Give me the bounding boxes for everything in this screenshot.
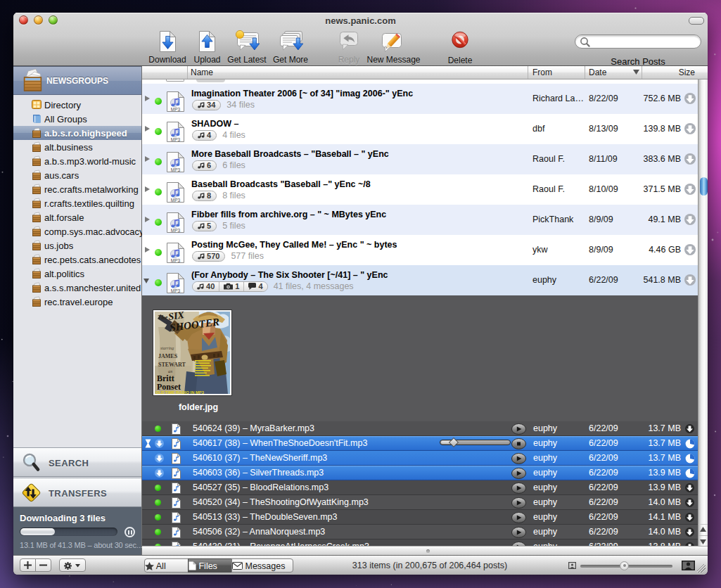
svg-text:MP3: MP3 <box>171 198 181 203</box>
svg-text:MP3: MP3 <box>171 137 181 142</box>
svg-text:MP3: MP3 <box>171 107 181 112</box>
svg-text:STEWART: STEWART <box>158 362 186 368</box>
svg-text:starring: starring <box>160 346 174 350</box>
svg-text:MP3: MP3 <box>171 167 181 172</box>
svg-text:MP3: MP3 <box>171 258 181 263</box>
svg-text:The: The <box>158 314 168 321</box>
svg-text:JAMES: JAMES <box>158 353 178 359</box>
svg-text:MP3: MP3 <box>171 288 181 293</box>
svg-text:MP3: MP3 <box>171 228 181 233</box>
svg-text:OLD TIME RADIO IN MP3: OLD TIME RADIO IN MP3 <box>155 390 205 395</box>
